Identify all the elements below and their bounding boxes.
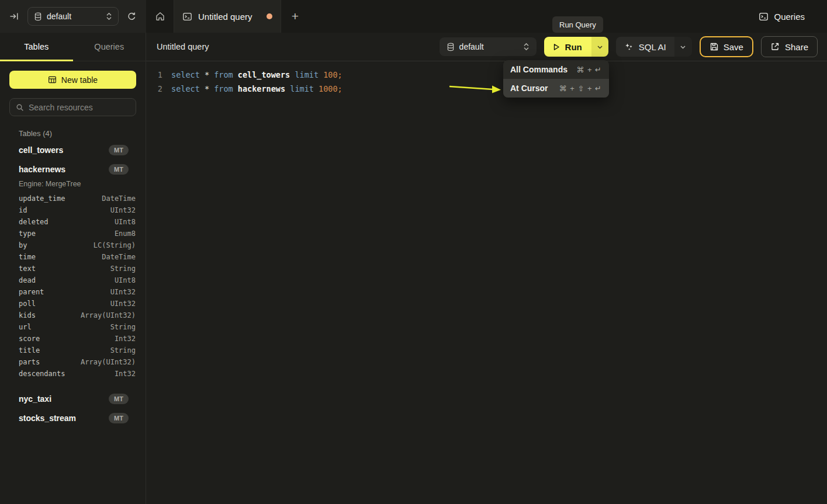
column-type: Int32 [115, 335, 136, 343]
tables-tree: cell_towers MT hackernews MT Engine: Mer… [9, 140, 136, 427]
table-name: hackernews [19, 165, 65, 174]
column-type: String [110, 265, 136, 273]
collapse-sidebar-icon [9, 12, 19, 21]
sql-ai-button[interactable]: SQL AI [616, 37, 674, 57]
column-name: title [19, 346, 40, 354]
run-button-label: Run [565, 42, 582, 52]
sidebar-tab-queries[interactable]: Queries [73, 33, 146, 61]
tab-bar: Untitled query + Queries [146, 0, 827, 33]
sql-ai-options-button[interactable] [674, 37, 692, 57]
code-token: * [200, 84, 214, 93]
run-menu-item-label: All Commands [510, 65, 568, 74]
content-area: Untitled query default [146, 33, 827, 504]
column-name: kids [19, 311, 36, 319]
code-token: cell_towers [238, 70, 290, 79]
code-token: from [214, 70, 233, 79]
column-type: DateTime [102, 253, 136, 261]
run-button[interactable]: Run [544, 37, 591, 57]
search-box [9, 98, 136, 116]
column-type: UInt8 [115, 218, 136, 226]
run-menu-item[interactable]: All Commands ⌘ + ↵ [503, 60, 609, 79]
code-token [233, 84, 238, 93]
column-row: parts Array(UInt32) [9, 356, 136, 368]
run-query-tooltip: Run Query [552, 16, 603, 33]
table-row[interactable]: hackernews MT [9, 159, 136, 179]
engine-badge: MT [109, 394, 129, 404]
queries-button[interactable]: Queries [759, 0, 805, 33]
save-button[interactable]: Save [700, 36, 753, 57]
tab-untitled-query[interactable]: Untitled query [174, 0, 281, 33]
column-row: id UInt32 [9, 204, 136, 216]
sql-editor[interactable]: 1 select * from cell_towers limit 100; 2… [146, 61, 827, 504]
column-name: text [19, 265, 36, 273]
unsaved-changes-dot [267, 13, 272, 19]
app-window: default [0, 0, 827, 504]
sidebar-tab-tables[interactable]: Tables [0, 33, 73, 61]
share-button[interactable]: Share [761, 36, 818, 57]
table-name: stocks_stream [19, 413, 76, 423]
run-menu-item-label: At Cursor [510, 84, 548, 93]
table-name: nyc_taxi [19, 394, 51, 404]
toolbar-actions: default [440, 36, 818, 57]
table-row[interactable]: stocks_stream MT [9, 408, 136, 427]
run-menu-item[interactable]: At Cursor ⌘ + ⇧ + ↵ [503, 79, 609, 98]
code-token [314, 84, 319, 93]
column-type: UInt32 [110, 288, 136, 296]
run-dropdown-menu: All Commands ⌘ + ↵ At Cursor ⌘ + ⇧ + ↵ [503, 60, 609, 98]
engine-badge: MT [109, 164, 129, 175]
column-name: deleted [19, 218, 49, 226]
column-row: by LC(String) [9, 239, 136, 251]
table-name: cell_towers [19, 145, 63, 155]
sidebar: Tables Queries New table [0, 33, 146, 504]
engine-badge: MT [109, 413, 129, 423]
column-type: Array(UInt32) [81, 311, 136, 319]
code-line: 1 select * from cell_towers limit 100; [155, 68, 827, 82]
code-token: limit [290, 84, 314, 93]
play-icon [552, 43, 560, 51]
top-bar: default [0, 0, 827, 33]
column-type: DateTime [102, 194, 136, 203]
main-area: Tables Queries New table [0, 33, 827, 504]
toolbar-database-selector[interactable]: default [440, 37, 537, 56]
new-tab-button[interactable]: + [281, 0, 309, 33]
column-type: UInt32 [110, 300, 136, 308]
column-name: type [19, 230, 36, 238]
topbar-database-selector[interactable]: default [27, 7, 119, 26]
run-options-button[interactable] [591, 37, 608, 57]
table-row[interactable]: cell_towers MT [9, 140, 136, 159]
column-name: score [19, 335, 40, 343]
search-icon [16, 103, 24, 112]
terminal-icon [182, 12, 192, 22]
run-menu-item-shortcut: ⌘ + ⇧ + ↵ [559, 84, 602, 93]
home-button[interactable] [146, 0, 174, 33]
new-table-label: New table [61, 75, 98, 85]
search-input[interactable] [29, 103, 134, 112]
code-token: 1000; [319, 84, 342, 93]
code-text: select * from hackernews limit 1000; [171, 82, 342, 96]
run-button-group: Run [544, 37, 608, 57]
new-table-button[interactable]: New table [9, 71, 136, 89]
column-type: String [110, 346, 136, 354]
sparkles-icon [624, 42, 634, 51]
column-name: time [19, 253, 36, 261]
refresh-button[interactable] [124, 9, 139, 24]
top-bar-left: default [0, 0, 146, 33]
code-token: hackernews [238, 84, 285, 93]
line-number: 2 [155, 82, 162, 96]
query-title: Untitled query [157, 42, 209, 51]
column-row: deleted UInt8 [9, 216, 136, 228]
code-line: 2 select * from hackernews limit 1000; [155, 82, 827, 96]
tree-gap [9, 380, 136, 389]
column-name: dead [19, 276, 36, 284]
column-name: id [19, 206, 27, 214]
save-button-label: Save [724, 42, 743, 52]
editor-toolbar: Untitled query default [146, 33, 827, 61]
column-row: text String [9, 263, 136, 274]
collapse-sidebar-button[interactable] [7, 9, 22, 23]
column-type: Array(UInt32) [81, 358, 136, 366]
table-row[interactable]: nyc_taxi MT [9, 389, 136, 408]
column-row: time DateTime [9, 251, 136, 263]
code-token: limit [295, 70, 319, 79]
column-type: Enum8 [115, 230, 136, 238]
column-row: descendants Int32 [9, 368, 136, 380]
